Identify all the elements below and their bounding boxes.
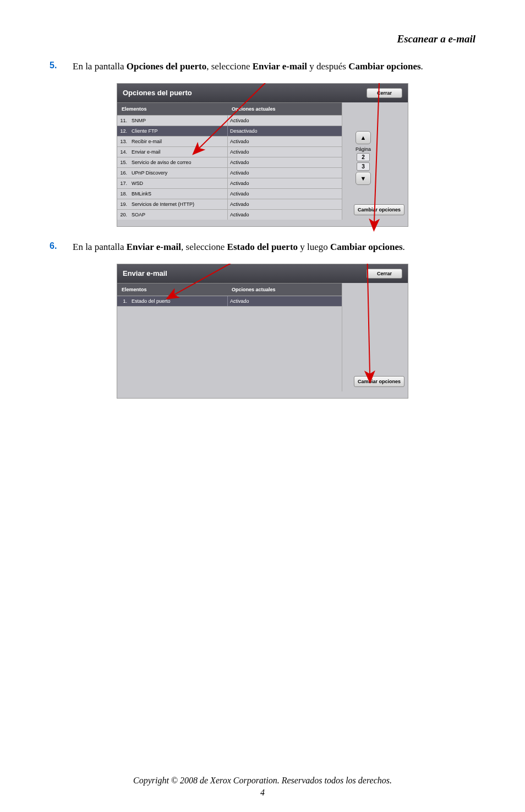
row-name: Enviar e-mail (129, 147, 227, 157)
step-number: 5. (50, 61, 63, 73)
row-name: Cliente FTP (129, 126, 227, 136)
row-name: UPnP Discovery (129, 168, 227, 178)
b: Opciones del puerto (127, 61, 206, 72)
dialog-titlebar: Enviar e-mail Cerrar (117, 264, 408, 283)
b: Estado del puerto (227, 242, 298, 252)
row-name: BMLinkS (129, 189, 227, 199)
row-val: Activado (227, 116, 342, 126)
page-header: Escanear a e-mail (50, 33, 475, 45)
t: y después (307, 61, 348, 72)
close-button[interactable]: Cerrar (367, 269, 402, 279)
row-val: Activado (227, 199, 342, 209)
row-name: Recibir e-mail (129, 137, 227, 146)
table-row[interactable]: 20.SOAPActivado (117, 209, 342, 220)
row-val: Activado (227, 157, 342, 167)
page-label: Página (353, 146, 373, 152)
table-row[interactable]: 18.BMLinkSActivado (117, 188, 342, 199)
page-total: 3 (357, 162, 370, 171)
row-name: SOAP (129, 210, 227, 220)
cambiar-opciones-button[interactable]: Cambiar opciones (354, 204, 404, 215)
row-name: Servicio de aviso de correo (129, 157, 227, 167)
dialog-title: Opciones del puerto (123, 89, 192, 97)
row-num: 15. (117, 157, 129, 167)
row-num: 17. (117, 178, 129, 188)
table-header: Elementos Opciones actuales (117, 283, 342, 296)
table-row[interactable]: 19.Servicios de Internet (HTTP)Activado (117, 199, 342, 209)
t: . (403, 242, 405, 252)
empty-area (117, 306, 342, 391)
page-number: 4 (0, 788, 525, 798)
table-row[interactable]: 11.SNMPActivado (117, 115, 342, 126)
row-val: Activado (227, 210, 342, 220)
step-5: 5. En la pantalla Opciones del puerto, s… (50, 61, 475, 73)
step-text: En la pantalla Opciones del puerto, sele… (73, 61, 423, 73)
col-opciones: Opciones actuales (227, 103, 342, 115)
row-num: 14. (117, 147, 129, 157)
b: Enviar e-mail (253, 61, 307, 72)
b: Cambiar opciones (348, 61, 420, 72)
cambiar-opciones-button[interactable]: Cambiar opciones (354, 376, 404, 387)
row-num: 20. (117, 210, 129, 220)
t: y luego (298, 242, 330, 252)
row-val: Activado (227, 296, 342, 306)
table-row[interactable]: 17.WSDActivado (117, 178, 342, 188)
row-name: Estado del puerto (129, 296, 227, 306)
row-val: Desactivado (227, 126, 342, 136)
page-current: 2 (357, 153, 370, 161)
t: . (421, 61, 423, 72)
copyright-footer: Copyright © 2008 de Xerox Corporation. R… (0, 776, 525, 786)
row-val: Activado (227, 168, 342, 178)
table-row[interactable]: 12.Cliente FTPDesactivado (117, 126, 342, 136)
b: Cambiar opciones (330, 242, 402, 252)
row-num: 1. (117, 296, 129, 306)
step-6: 6. En la pantalla Enviar e-mail, selecci… (50, 241, 475, 254)
row-num: 11. (117, 116, 129, 126)
col-elementos: Elementos (117, 284, 227, 296)
row-num: 19. (117, 199, 129, 209)
table-row[interactable]: 14.Enviar e-mailActivado (117, 146, 342, 157)
t: En la pantalla (73, 242, 127, 252)
table-row[interactable]: 15.Servicio de aviso de correoActivado (117, 157, 342, 167)
table-row[interactable]: 1. Estado del puerto Activado (117, 296, 342, 306)
pager: ▲ Página 2 3 ▼ (353, 131, 373, 187)
step-number: 6. (50, 241, 63, 254)
table-header: Elementos Opciones actuales (117, 102, 342, 115)
screenshot-opciones-puerto: Opciones del puerto Cerrar Elementos Opc… (117, 83, 408, 227)
row-val: Activado (227, 189, 342, 199)
row-num: 13. (117, 137, 129, 146)
step-text: En la pantalla Enviar e-mail, seleccione… (73, 241, 405, 254)
page-down-button[interactable]: ▼ (356, 172, 371, 185)
dialog-titlebar: Opciones del puerto Cerrar (117, 84, 408, 102)
t: En la pantalla (73, 61, 127, 72)
dialog-title: Enviar e-mail (123, 269, 167, 277)
col-elementos: Elementos (117, 103, 227, 115)
row-name: Servicios de Internet (HTTP) (129, 199, 227, 209)
row-name: WSD (129, 178, 227, 188)
row-val: Activado (227, 137, 342, 146)
b: Enviar e-mail (127, 242, 181, 252)
row-num: 18. (117, 189, 129, 199)
page-up-button[interactable]: ▲ (356, 131, 371, 144)
row-num: 12. (117, 126, 129, 136)
row-val: Activado (227, 178, 342, 188)
col-opciones: Opciones actuales (227, 284, 342, 296)
row-name: SNMP (129, 116, 227, 126)
table-row[interactable]: 13.Recibir e-mailActivado (117, 136, 342, 146)
t: , seleccione (181, 242, 227, 252)
table-row[interactable]: 16.UPnP DiscoveryActivado (117, 167, 342, 178)
screenshot-enviar-email: Enviar e-mail Cerrar Elementos Opciones … (117, 264, 408, 399)
row-val: Activado (227, 147, 342, 157)
t: , seleccione (206, 61, 253, 72)
close-button[interactable]: Cerrar (367, 88, 402, 98)
row-num: 16. (117, 168, 129, 178)
